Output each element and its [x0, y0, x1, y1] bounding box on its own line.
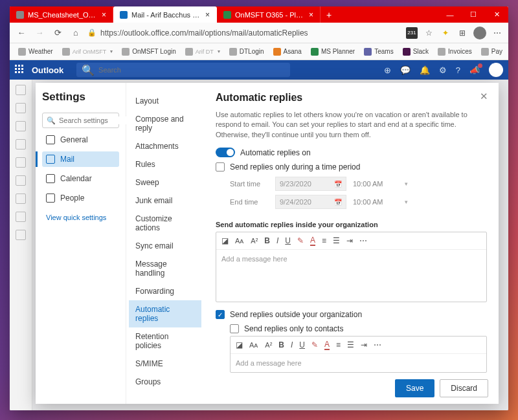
time-period-checkbox[interactable] — [216, 162, 225, 171]
account-avatar[interactable] — [489, 63, 503, 77]
indent-icon[interactable]: ⇥ — [346, 236, 353, 245]
bookmark-item[interactable]: Invoices — [434, 47, 475, 57]
pencil-icon[interactable]: ✎ — [297, 236, 304, 245]
chat-icon[interactable]: 💬 — [400, 65, 411, 75]
refresh-icon[interactable]: ⟳ — [51, 27, 64, 39]
start-date-input[interactable]: 9/23/2020📅 — [275, 177, 346, 191]
bullets-icon[interactable]: ≡ — [322, 236, 326, 245]
nav-people[interactable]: People — [42, 190, 119, 206]
rail-icon[interactable] — [16, 121, 26, 131]
chevron-down-icon[interactable]: ▾ — [405, 181, 416, 187]
numbering-icon[interactable]: ☰ — [333, 236, 340, 245]
close-panel-icon[interactable]: ✕ — [480, 91, 488, 102]
contacts-only-checkbox[interactable] — [230, 324, 239, 333]
underline-icon[interactable]: U — [285, 236, 291, 245]
forward-icon[interactable]: → — [33, 27, 46, 39]
italic-icon[interactable]: I — [291, 340, 293, 349]
italic-icon[interactable]: I — [276, 236, 278, 245]
highlight-icon[interactable]: ◪ — [236, 340, 243, 349]
rail-icon[interactable] — [16, 175, 26, 186]
sub-junk[interactable]: Junk email — [129, 192, 201, 210]
profile-avatar[interactable] — [473, 27, 486, 39]
more-icon[interactable]: ⋯ — [374, 340, 381, 349]
collections-icon[interactable]: ⊞ — [456, 27, 468, 39]
sub-compose[interactable]: Compose and reply — [129, 110, 201, 137]
start-time-select[interactable]: 10:00 AM — [353, 180, 398, 188]
bookmark-item[interactable]: Slack — [400, 47, 432, 57]
sub-smime[interactable]: S/MIME — [129, 355, 201, 373]
discard-button[interactable]: Discard — [440, 379, 488, 397]
browser-tab-2[interactable]: OnMSFT O365 - Planner × — [217, 6, 321, 23]
menu-icon[interactable]: ⋯ — [491, 27, 503, 39]
browser-tab-0[interactable]: MS_Cheatsheet_OutlookMailOn… × — [10, 6, 113, 23]
inside-editor-body[interactable]: Add a message here — [216, 250, 486, 302]
sub-sweep[interactable]: Sweep — [129, 173, 201, 192]
suite-search[interactable]: 🔍 — [76, 63, 290, 77]
sub-fwd[interactable]: Forwarding — [129, 282, 201, 300]
star-icon[interactable]: ☆ — [423, 27, 434, 39]
rail-icon[interactable] — [16, 157, 26, 168]
more-icon[interactable]: ⋯ — [359, 236, 367, 245]
pencil-icon[interactable]: ✎ — [311, 340, 318, 349]
sub-msg[interactable]: Message handling — [129, 255, 201, 282]
home-icon[interactable]: ⌂ — [69, 27, 82, 39]
announcements-icon[interactable]: 📣 — [469, 65, 480, 75]
bookmark-item[interactable]: Weather — [15, 47, 56, 57]
rail-icon[interactable] — [16, 139, 26, 149]
sub-groups[interactable]: Groups — [129, 373, 201, 391]
close-icon[interactable]: × — [309, 10, 313, 19]
view-quick-settings-link[interactable]: View quick settings — [42, 210, 119, 225]
fontcolor-icon[interactable]: A — [324, 340, 330, 350]
sub-auto[interactable]: Automatic replies — [129, 300, 201, 327]
fontsize-icon[interactable]: A² — [251, 237, 258, 245]
close-window-button[interactable]: ✕ — [485, 6, 508, 23]
close-icon[interactable]: × — [102, 10, 106, 19]
nav-general[interactable]: General — [42, 132, 119, 148]
bookmark-item[interactable]: Pay — [478, 47, 506, 57]
rail-icon[interactable] — [16, 193, 26, 204]
back-icon[interactable]: ← — [15, 27, 28, 39]
end-date-input[interactable]: 9/24/2020📅 — [275, 195, 346, 209]
sub-custom[interactable]: Customize actions — [129, 210, 201, 237]
underline-icon[interactable]: U — [299, 340, 305, 349]
settings-search[interactable]: 🔍 — [42, 113, 119, 128]
numbering-icon[interactable]: ☰ — [347, 340, 354, 349]
rail-icon[interactable] — [16, 103, 26, 113]
new-tab-button[interactable]: + — [321, 6, 337, 23]
sub-ret[interactable]: Retention policies — [129, 327, 201, 355]
rail-icon[interactable] — [16, 230, 26, 240]
bookmark-item[interactable]: Arif OnMSFT — [59, 47, 117, 57]
fontsize-icon[interactable]: A² — [265, 341, 272, 349]
bookmark-item[interactable]: DTLogin — [226, 47, 267, 57]
notifications-icon[interactable]: 🔔 — [420, 65, 430, 75]
nav-calendar[interactable]: Calendar — [42, 171, 119, 186]
bookmark-item[interactable]: OnMSFT Login — [118, 47, 179, 57]
font-icon[interactable]: Aᴀ — [249, 341, 258, 349]
bold-icon[interactable]: B — [264, 236, 270, 245]
chevron-down-icon[interactable]: ▾ — [405, 199, 416, 205]
browser-tab-1[interactable]: Mail - Arif Bacchus - Outlook × — [113, 6, 217, 23]
rail-icon[interactable] — [16, 212, 26, 222]
sub-sync[interactable]: Sync email — [129, 237, 201, 255]
nav-mail[interactable]: Mail — [42, 151, 119, 167]
sub-attachments[interactable]: Attachments — [129, 137, 201, 155]
sub-layout[interactable]: Layout — [129, 92, 201, 110]
highlight-icon[interactable]: ◪ — [221, 236, 229, 245]
bold-icon[interactable]: B — [278, 340, 284, 349]
bookmark-item[interactable]: Asana — [270, 47, 305, 57]
url-field[interactable]: 🔒 https://outlook.office.com/mail/option… — [87, 28, 401, 38]
outside-editor-body[interactable]: Add a message here — [231, 354, 486, 372]
sub-rules[interactable]: Rules — [129, 155, 201, 173]
font-icon[interactable]: Aᴀ — [235, 237, 244, 245]
teams-icon[interactable]: ⊕ — [384, 65, 391, 75]
minimize-button[interactable]: — — [438, 6, 462, 23]
bookmark-item[interactable]: Arif DT — [182, 47, 223, 57]
indent-icon[interactable]: ⇥ — [361, 340, 367, 349]
app-launcher-icon[interactable] — [15, 65, 25, 75]
rail-icon[interactable] — [16, 85, 26, 95]
help-icon[interactable]: ? — [456, 65, 460, 75]
fontcolor-icon[interactable]: A — [310, 236, 315, 246]
calendar-ext-icon[interactable]: 231 — [406, 27, 418, 39]
bookmark-item[interactable]: MS Planner — [308, 47, 358, 57]
bullets-icon[interactable]: ≡ — [336, 340, 341, 349]
